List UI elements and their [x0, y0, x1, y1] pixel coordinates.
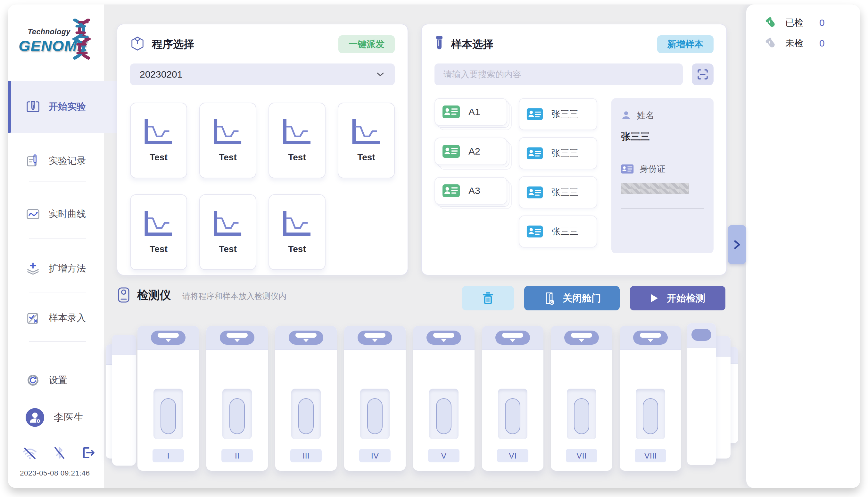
sidebar-item-curves[interactable]: 实时曲线 — [8, 195, 122, 233]
latch-pill-icon — [564, 330, 599, 345]
scan-button[interactable] — [692, 63, 713, 85]
tube-checked-icon — [764, 16, 778, 29]
cartridge-well — [153, 388, 183, 439]
cartridge-slot[interactable]: III — [275, 326, 337, 471]
user-name: 李医生 — [54, 411, 84, 424]
slot-latch — [206, 326, 268, 350]
sample-slot-chip[interactable]: A3 — [435, 177, 507, 204]
capsule-icon — [436, 398, 452, 434]
thermal-profile-icon — [212, 118, 243, 146]
cartridge-slot[interactable]: IV — [344, 326, 406, 471]
carousel-edge-card — [112, 335, 136, 466]
close-door-label: 关闭舱门 — [563, 292, 601, 305]
program-tile[interactable]: Test — [199, 194, 256, 270]
detector-device-icon — [117, 287, 131, 303]
slot-number: IV — [359, 449, 391, 463]
sample-slot-chip[interactable]: A1 — [435, 98, 507, 126]
cartridge-slot[interactable]: VIII — [620, 326, 681, 471]
person-icon — [621, 110, 631, 120]
cartridge-well — [360, 388, 389, 439]
system-timestamp: 2023-05-08 09:21:46 — [8, 467, 116, 480]
cartridge-slot[interactable]: II — [206, 326, 268, 471]
patient-name: 张三三 — [551, 147, 578, 159]
cartridge-well — [636, 388, 665, 439]
cartridge-slot[interactable]: VI — [482, 326, 543, 471]
bluetooth-off-icon[interactable] — [52, 445, 67, 462]
patient-name: 张三三 — [551, 108, 578, 120]
start-detection-button[interactable]: 开始检测 — [630, 286, 725, 310]
slot-latch — [137, 326, 199, 350]
sample-slot-chip[interactable]: A2 — [435, 138, 507, 165]
slot-latch — [482, 326, 543, 350]
program-tile[interactable]: Test — [130, 103, 187, 178]
logout-icon[interactable] — [81, 445, 95, 462]
avatar — [26, 408, 44, 427]
capsule-icon — [161, 398, 176, 434]
expand-panel-button[interactable] — [728, 225, 746, 264]
sidebar-item-amplification[interactable]: 扩增方法 — [8, 250, 122, 288]
user-profile[interactable]: 李医生 — [8, 401, 122, 434]
close-door-button[interactable]: 关闭舱门 — [524, 286, 620, 310]
program-tile[interactable]: Test — [199, 103, 256, 178]
program-select-dropdown[interactable]: 20230201 — [130, 63, 395, 85]
patient-chip[interactable]: 张三三 — [519, 98, 597, 130]
detail-divider — [621, 208, 704, 209]
sidebar-item-label: 实验记录 — [49, 155, 86, 167]
program-card-title: 程序选择 — [152, 37, 194, 52]
sidebar-item-label: 实时曲线 — [49, 208, 86, 221]
one-click-dispatch-button[interactable]: 一键派发 — [338, 35, 395, 53]
id-card-icon — [621, 164, 634, 174]
cartridge-slot[interactable]: VII — [551, 326, 612, 471]
genome-logo: Technology GENOME — [8, 15, 104, 73]
detector-header: 检测仪 请将程序和样本放入检测仪内 — [117, 287, 286, 303]
capsule-icon — [367, 398, 383, 434]
program-tile[interactable]: Test — [130, 194, 187, 270]
patient-detail-panel: 姓名 张三三 身份证 — [611, 98, 713, 253]
sidebar-item-records[interactable]: 实验记录 — [8, 142, 122, 180]
slot-chip-label: A2 — [468, 146, 480, 157]
sidebar-item-start-experiment[interactable]: 开始实验 — [8, 81, 122, 133]
sidebar-item-label: 设置 — [49, 374, 67, 387]
id-number-redacted — [621, 183, 689, 194]
sample-card-title: 样本选择 — [451, 37, 494, 52]
name-label: 姓名 — [637, 110, 654, 121]
sample-slot-list: A1 A2 — [435, 98, 507, 255]
patient-name: 张三三 — [551, 225, 578, 238]
cartridge-slot[interactable]: I — [137, 326, 199, 471]
latch-pill-icon — [426, 330, 461, 345]
id-card-icon — [442, 145, 460, 158]
add-sample-button[interactable]: 新增样本 — [657, 35, 713, 53]
sidebar-divider — [29, 238, 86, 239]
amplification-method-icon — [26, 261, 40, 276]
thermal-profile-icon — [282, 118, 312, 146]
carousel-edge-card — [687, 323, 716, 465]
program-tile[interactable]: Test — [338, 103, 395, 178]
sidebar-item-settings[interactable]: 设置 — [8, 361, 122, 399]
latch-pill-icon — [151, 330, 186, 345]
cartridge-slot[interactable]: V — [413, 326, 474, 471]
experiment-records-icon — [26, 154, 40, 168]
clear-trash-button[interactable] — [462, 286, 514, 310]
patient-list: 张三三 张三三 — [519, 98, 597, 255]
chevron-down-icon — [376, 69, 385, 80]
sidebar-item-sample-entry[interactable]: 样本录入 — [8, 299, 122, 337]
id-card-icon — [527, 186, 543, 199]
patient-chip[interactable]: 张三三 — [519, 137, 597, 169]
checked-label: 已检 — [785, 17, 803, 29]
patient-chip[interactable]: 张三三 — [519, 176, 597, 209]
program-tile[interactable]: Test — [268, 194, 325, 270]
status-icon-row — [8, 443, 118, 464]
program-tile[interactable]: Test — [268, 103, 325, 178]
wifi-off-icon[interactable] — [22, 445, 38, 462]
sample-search-input[interactable] — [435, 63, 683, 85]
program-selection-card: 程序选择 一键派发 20230201 Test — [117, 24, 408, 275]
dna-helix-icon — [67, 18, 97, 60]
thermal-profile-icon — [212, 210, 243, 238]
slot-latch — [344, 326, 406, 350]
slot-number: III — [290, 449, 322, 463]
thermal-profile-icon — [351, 118, 382, 146]
id-card-icon — [527, 147, 543, 160]
chevron-right-icon — [732, 238, 742, 252]
thermal-profile-icon — [282, 210, 312, 238]
patient-chip[interactable]: 张三三 — [519, 215, 597, 247]
